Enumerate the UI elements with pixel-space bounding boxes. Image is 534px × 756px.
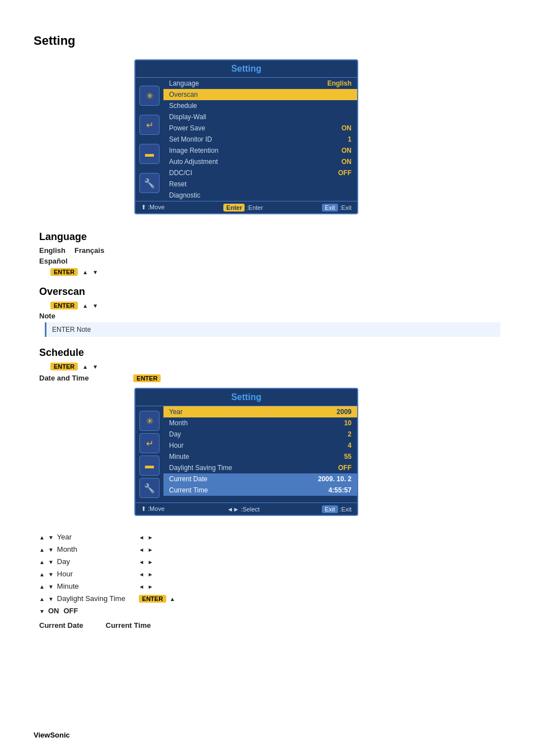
lang-arrow-up[interactable]	[82, 267, 88, 276]
osd2-icon-picture: ↵	[139, 433, 160, 453]
osd2-item-currentdate: Current Date 2009. 10. 2	[163, 473, 357, 485]
language-options: English Français	[39, 246, 104, 255]
year-down[interactable]	[48, 533, 54, 541]
minute-left[interactable]	[139, 582, 144, 590]
schedule-enter-btn[interactable]: ENTER	[50, 363, 78, 370]
osd1-item-schedule[interactable]: Schedule	[163, 100, 357, 111]
year-up[interactable]	[39, 533, 45, 541]
minute-label: Minute	[57, 582, 135, 590]
hour-label: Hour	[57, 570, 135, 578]
on-label: ON	[48, 607, 59, 615]
datetime-enter-btn[interactable]: ENTER	[133, 374, 161, 382]
ctrl-dst-arrow-row: ON OFF	[39, 607, 500, 615]
osd1-item-overscan[interactable]: Overscan	[163, 89, 357, 100]
language-section: Language English Français Español ENTER	[34, 231, 500, 276]
enter-badge: Enter	[223, 204, 245, 212]
osd1-exit-label: Exit :Exit	[322, 204, 352, 211]
dst-enter-btn[interactable]: ENTER	[139, 595, 166, 603]
year-label: Year	[57, 533, 135, 541]
month-down[interactable]	[48, 545, 54, 553]
day-label: Day	[57, 557, 135, 566]
ctrl-year-row: Year	[39, 533, 500, 541]
note-row: Note	[39, 312, 500, 320]
osd2-footer: ⬆ :Move ◄► :Select Exit :Exit	[135, 503, 357, 515]
current-info-row: Current Date Current Time	[39, 621, 500, 630]
overscan-arrow-up[interactable]	[82, 301, 88, 309]
month-left[interactable]	[139, 545, 144, 553]
osd2-item-month[interactable]: Month 10	[163, 417, 357, 429]
osd1-item-displaywall[interactable]: Display-Wall	[163, 111, 357, 123]
icon-audio: ▬	[139, 144, 160, 164]
osd2-item-dst[interactable]: Daylight Saving Time OFF	[163, 462, 357, 473]
month-label: Month	[57, 545, 135, 553]
settings-items-list: Year Month Day Hour	[39, 533, 500, 617]
day-up[interactable]	[39, 557, 45, 566]
osd1-move-label: ⬆ :Move	[141, 204, 165, 211]
enter-note-text: ENTER Note	[52, 326, 91, 334]
hour-right[interactable]	[148, 570, 153, 578]
osd2-title: Setting	[135, 389, 357, 406]
ctrl-month-row: Month	[39, 545, 500, 553]
date-time-label: Date and Time	[39, 374, 89, 382]
osd2-item-currenttime: Current Time 4:55:57	[163, 485, 357, 496]
date-time-row: Date and Time ENTER	[39, 374, 500, 382]
osd1-item-powersave[interactable]: Power Save ON	[163, 123, 357, 134]
dst-down2[interactable]	[39, 607, 45, 615]
language-enter-arrows: ENTER	[39, 267, 500, 276]
settings-controls-section: Year Month Day Hour	[34, 533, 500, 630]
icon-setting: 🔧	[139, 173, 160, 193]
osd2-item-year[interactable]: Year 2009	[163, 406, 357, 417]
minute-up[interactable]	[39, 582, 45, 590]
hour-up[interactable]	[39, 570, 45, 578]
lang-arrow-down[interactable]	[92, 267, 98, 276]
osd1-item-imageretention[interactable]: Image Retention ON	[163, 145, 357, 156]
overscan-title: Overscan	[39, 286, 500, 298]
language-enter-row: Español	[39, 257, 500, 265]
language-title: Language	[39, 231, 500, 243]
osd2-icon-audio: ▬	[139, 456, 160, 476]
osd2-item-hour[interactable]: Hour 4	[163, 440, 357, 451]
osd-menu-1: Setting ✳ ↵ ▬ 🔧 Language English Oversca…	[134, 59, 358, 214]
minute-right[interactable]	[148, 582, 153, 590]
osd2-select-label: ◄► :Select	[227, 506, 259, 513]
osd1-item-ddcci[interactable]: DDC/CI OFF	[163, 167, 357, 179]
minute-down[interactable]	[48, 582, 54, 590]
osd1-items: Language English Overscan Schedule Displ…	[163, 78, 357, 201]
schedule-arrow-down[interactable]	[92, 362, 98, 370]
osd2-exit-badge: Exit	[322, 505, 338, 513]
osd1-footer: ⬆ :Move Enter :Enter Exit :Exit	[135, 201, 357, 213]
osd2-item-day[interactable]: Day 2	[163, 429, 357, 440]
year-right[interactable]	[148, 533, 153, 541]
osd2-item-minute[interactable]: Minute 55	[163, 451, 357, 462]
ctrl-day-row: Day	[39, 557, 500, 566]
day-left[interactable]	[139, 557, 144, 566]
hour-left[interactable]	[139, 570, 144, 578]
month-right[interactable]	[148, 545, 153, 553]
schedule-arrow-up[interactable]	[82, 362, 88, 370]
osd1-item-language[interactable]: Language English	[163, 78, 357, 89]
ctrl-hour-row: Hour	[39, 570, 500, 578]
day-right[interactable]	[148, 557, 153, 566]
hour-down[interactable]	[48, 570, 54, 578]
year-left[interactable]	[139, 533, 144, 541]
language-enter-btn[interactable]: ENTER	[50, 268, 78, 276]
osd1-title: Setting	[135, 60, 357, 78]
schedule-enter-row: ENTER	[39, 362, 500, 370]
lang-english: English	[39, 246, 65, 255]
dst-up[interactable]	[39, 594, 45, 603]
osd1-item-monitorid[interactable]: Set Monitor ID 1	[163, 134, 357, 145]
month-up[interactable]	[39, 545, 45, 553]
osd1-icon-panel: ✳ ↵ ▬ 🔧	[135, 78, 163, 201]
off-label: OFF	[63, 607, 78, 615]
dst-down[interactable]	[48, 594, 54, 603]
lang-espanol-label: Español	[39, 257, 84, 265]
osd2-move-label: ⬆ :Move	[141, 505, 165, 513]
osd2-icon-display: ✳	[139, 411, 160, 431]
osd1-item-diagnostic[interactable]: Diagnostic	[163, 190, 357, 201]
overscan-enter-btn[interactable]: ENTER	[50, 302, 78, 309]
osd1-item-reset[interactable]: Reset	[163, 179, 357, 190]
day-down[interactable]	[48, 557, 54, 566]
dst-right-arrow[interactable]	[170, 594, 175, 603]
osd1-item-autoadj[interactable]: Auto Adjustment ON	[163, 156, 357, 167]
overscan-arrow-down[interactable]	[92, 301, 98, 309]
